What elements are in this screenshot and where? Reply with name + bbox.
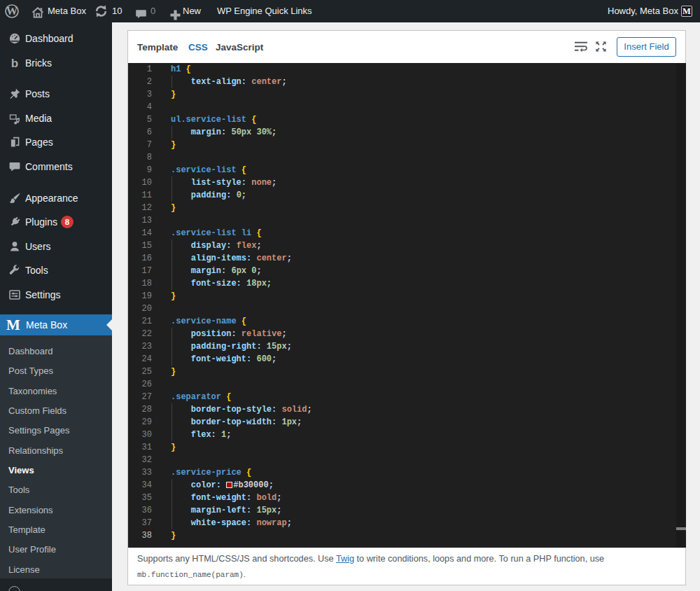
svg-text:W: W <box>6 4 18 18</box>
svg-text:b: b <box>11 56 18 69</box>
